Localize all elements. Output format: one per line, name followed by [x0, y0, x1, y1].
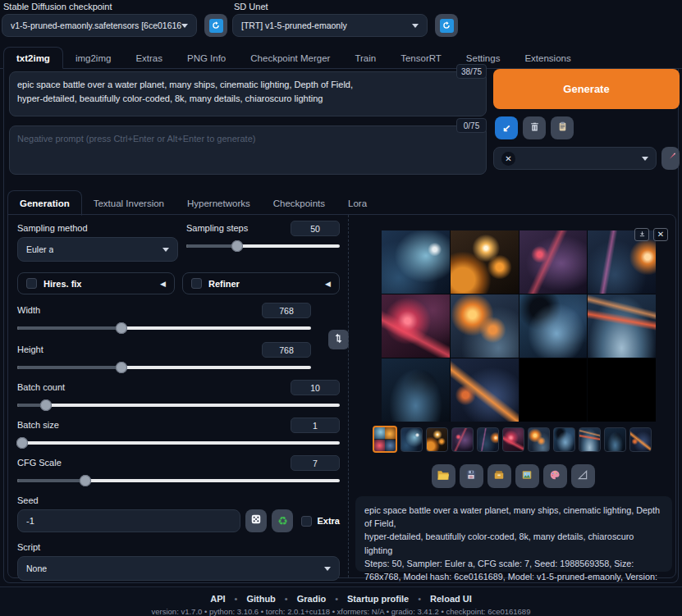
tab-extensions[interactable]: Extensions — [512, 48, 583, 68]
thumbnail-11[interactable] — [629, 427, 652, 452]
close-gallery-button[interactable]: ✕ — [653, 228, 668, 241]
batch-size-slider[interactable] — [17, 437, 340, 449]
batch-count-value[interactable]: 10 — [291, 380, 340, 395]
clear-styles-icon[interactable]: ✕ — [501, 152, 515, 166]
tab-checkpoint-merger[interactable]: Checkpoint Merger — [238, 48, 342, 68]
slider-handle[interactable] — [231, 240, 243, 252]
gallery-image-8[interactable] — [588, 294, 656, 358]
slider-handle[interactable] — [116, 322, 127, 334]
sampling-method-dropdown[interactable]: Euler a — [17, 237, 178, 262]
footer-link-reload-ui[interactable]: Reload UI — [430, 594, 472, 604]
trash-icon — [529, 121, 540, 135]
gallery-image-10[interactable] — [451, 358, 519, 422]
tab-tensorrt[interactable]: TensorRT — [388, 48, 454, 68]
tab-img2img[interactable]: img2img — [63, 48, 123, 68]
settings-column: Sampling method Euler a Sampling steps 5… — [8, 215, 348, 577]
chevron-down-icon — [181, 24, 188, 28]
batch-size-value[interactable]: 1 — [291, 418, 340, 433]
subtab-hypernetworks[interactable]: Hypernetworks — [176, 191, 262, 215]
footer-separator: • — [235, 594, 238, 604]
prompt-input[interactable] — [9, 71, 487, 116]
tab-train[interactable]: Train — [342, 48, 388, 68]
sd-unet-dropdown[interactable]: [TRT] v1-5-pruned-emaonly — [232, 14, 428, 37]
thumbnail-6[interactable] — [502, 427, 524, 452]
reuse-seed-button[interactable]: ♻ — [272, 509, 293, 532]
thumbnail-9[interactable] — [579, 427, 601, 452]
thumbnail-5[interactable] — [477, 427, 499, 452]
refresh-checkpoint-button[interactable] — [204, 14, 227, 37]
gallery-image-2[interactable] — [451, 230, 519, 294]
prompt-wrap: 38/75 — [9, 71, 487, 116]
height-slider[interactable] — [17, 362, 311, 373]
tab-extras[interactable]: Extras — [123, 48, 175, 68]
open-folder-button[interactable] — [432, 464, 455, 488]
slider-handle[interactable] — [40, 399, 52, 411]
hires-fix-checkbox[interactable] — [26, 278, 37, 289]
script-dropdown[interactable]: None — [17, 556, 340, 581]
width-slider[interactable] — [17, 322, 311, 334]
gallery-image-11[interactable] — [520, 358, 588, 422]
subtab-checkpoints[interactable]: Checkpoints — [262, 191, 336, 215]
gallery-image-7[interactable] — [520, 294, 588, 358]
thumbnail-4[interactable] — [451, 427, 474, 452]
thumbnail-10[interactable] — [604, 427, 626, 452]
slider-handle[interactable] — [16, 437, 28, 449]
thumbnail-2[interactable] — [401, 427, 423, 452]
send-to-inpaint-button[interactable] — [543, 464, 567, 488]
subtab-lora[interactable]: Lora — [336, 191, 378, 215]
extra-seed-checkbox[interactable] — [301, 516, 312, 527]
thumbnail-7[interactable] — [528, 427, 550, 452]
subtab-generation[interactable]: Generation — [7, 190, 82, 216]
edit-styles-button[interactable] — [661, 147, 680, 170]
send-to-img2img-button[interactable] — [515, 464, 539, 488]
download-button[interactable] — [634, 228, 649, 241]
footer-link-gradio[interactable]: Gradio — [297, 594, 326, 604]
refiner-accordion[interactable]: Refiner ◀ — [182, 272, 340, 294]
gallery-image-12[interactable] — [588, 358, 656, 422]
footer-link-github[interactable]: Github — [246, 594, 275, 604]
random-seed-button[interactable] — [245, 509, 267, 532]
styles-dropdown[interactable]: ✕ — [493, 147, 657, 170]
slider-handle[interactable] — [116, 362, 127, 373]
thumbnail-1[interactable] — [373, 426, 397, 453]
paste-params-button[interactable]: ↙ — [495, 116, 518, 139]
save-zip-button[interactable] — [487, 464, 511, 488]
thumbnail-3[interactable] — [426, 427, 448, 452]
gallery-image-1[interactable] — [382, 230, 450, 294]
cfg-scale-slider[interactable] — [17, 475, 340, 486]
generate-button[interactable]: Generate — [493, 69, 680, 109]
footer-separator: • — [335, 594, 338, 604]
footer-link-startup-profile[interactable]: Startup profile — [347, 594, 409, 604]
swap-dimensions-button[interactable] — [328, 330, 349, 349]
tab-png-info[interactable]: PNG Info — [175, 48, 238, 68]
footer-link-api[interactable]: API — [210, 594, 225, 604]
send-to-extras-button[interactable] — [571, 464, 595, 488]
extra-networks-button[interactable] — [551, 116, 574, 139]
checkpoint-label: Stable Diffusion checkpoint — [2, 2, 228, 11]
batch-count-group: Batch count 10 — [17, 382, 340, 411]
tab-txt2img[interactable]: txt2img — [3, 47, 63, 69]
sampling-steps-value[interactable]: 50 — [291, 221, 340, 236]
gallery-image-9[interactable] — [382, 358, 450, 422]
height-value[interactable]: 768 — [262, 342, 311, 358]
slider-handle[interactable] — [80, 475, 91, 486]
width-value[interactable]: 768 — [262, 303, 311, 318]
checkpoint-dropdown[interactable]: v1-5-pruned-emaonly.safetensors [6ce0161… — [2, 14, 197, 37]
refiner-checkbox[interactable] — [191, 278, 202, 289]
gallery-image-6[interactable] — [451, 294, 519, 358]
sampling-steps-slider[interactable] — [186, 240, 340, 252]
swap-arrows-icon — [334, 332, 343, 347]
batch-count-slider[interactable] — [17, 399, 340, 411]
gallery-image-3[interactable] — [520, 230, 588, 294]
clear-prompt-button[interactable] — [523, 116, 546, 139]
refresh-unet-button[interactable] — [435, 14, 458, 37]
gallery-image-5[interactable] — [382, 294, 450, 358]
subtab-textual-inversion[interactable]: Textual Inversion — [82, 191, 176, 215]
seed-input[interactable] — [17, 509, 240, 532]
cfg-scale-value[interactable]: 7 — [291, 455, 340, 471]
thumbnail-8[interactable] — [553, 427, 575, 452]
generation-panel: Sampling method Euler a Sampling steps 5… — [7, 214, 676, 578]
negative-prompt-input[interactable] — [9, 125, 487, 175]
save-image-button[interactable] — [460, 464, 483, 488]
hires-fix-accordion[interactable]: Hires. fix ◀ — [17, 272, 175, 294]
